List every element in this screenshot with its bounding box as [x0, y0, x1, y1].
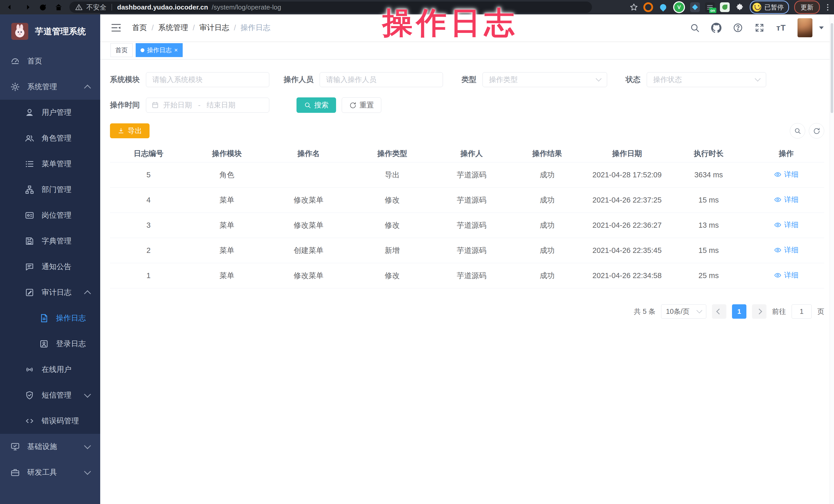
- fullscreen-icon[interactable]: [754, 23, 765, 33]
- sidebar-item-dict-management[interactable]: 字典管理: [0, 228, 100, 254]
- reload-icon[interactable]: [36, 1, 50, 13]
- page-content: 系统模块 操作人员 类型 操作类型 状态 操作状态: [100, 59, 834, 504]
- table-cell: 创建菜单: [267, 245, 350, 256]
- scrollbar-thumb[interactable]: [831, 23, 833, 113]
- sidebar-item-infrastructure[interactable]: 基础设施: [0, 434, 100, 460]
- detail-link[interactable]: 详细: [774, 220, 798, 230]
- sidebar-menu: 首页系统管理用户管理角色管理菜单管理部门管理岗位管理字典管理通知公告审计日志操作…: [0, 48, 100, 504]
- screen: 不安全 dashboard.yudao.iocoder.cn/system/lo…: [0, 0, 834, 504]
- table-row: 2菜单创建菜单新增芋道源码成功2021-04-26 22:35:4515 ms详…: [110, 238, 824, 263]
- column-header: 日志编号: [110, 149, 187, 159]
- sidebar-item-online-user[interactable]: 在线用户: [0, 357, 100, 382]
- help-icon[interactable]: [733, 23, 743, 33]
- chevron-down-icon: [755, 75, 761, 82]
- browser-actions: Von 已暂停 更新: [630, 1, 830, 14]
- sidebar-item-user-management[interactable]: 用户管理: [0, 100, 100, 126]
- export-button[interactable]: 导出: [110, 123, 150, 138]
- sidebar-item-operate-log[interactable]: 操作日志: [0, 305, 100, 331]
- sidebar-item-post-management[interactable]: 岗位管理: [0, 202, 100, 228]
- font-size-icon[interactable]: тT: [776, 23, 786, 33]
- extension-toolbar: Von: [643, 1, 745, 13]
- browser-update-button[interactable]: 更新: [794, 1, 820, 14]
- leaf-extension-icon[interactable]: [720, 2, 730, 12]
- logo[interactable]: 芋道管理系统: [0, 15, 100, 48]
- page-size-select[interactable]: 10条/页: [661, 304, 706, 319]
- sidebar-item-notice-announcement[interactable]: 通知公告: [0, 254, 100, 280]
- bookmark-star-icon[interactable]: [630, 3, 638, 12]
- sidebar-item-label: 用户管理: [42, 107, 71, 118]
- goto-page-input[interactable]: [792, 304, 812, 319]
- hamburger-icon[interactable]: [110, 22, 122, 34]
- back-icon[interactable]: [4, 1, 18, 13]
- address-bar[interactable]: 不安全 dashboard.yudao.iocoder.cn/system/lo…: [69, 2, 592, 13]
- detail-link[interactable]: 详细: [774, 270, 798, 280]
- filter-row-1: 系统模块 操作人员 类型 操作类型 状态 操作状态: [110, 72, 824, 87]
- breadcrumb-item[interactable]: 系统管理: [158, 23, 188, 33]
- diamond-extension-icon[interactable]: [690, 2, 700, 12]
- refresh-table-button[interactable]: [809, 123, 824, 138]
- eye-icon: [774, 171, 782, 178]
- breadcrumb-separator: /: [234, 24, 236, 32]
- sidebar-item-dev-tools[interactable]: 研发工具: [0, 460, 100, 485]
- sidebar-item-sms-management[interactable]: 短信管理: [0, 382, 100, 408]
- puzzle-extensions-icon[interactable]: [735, 2, 745, 12]
- sidebar-item-login-log[interactable]: 登录日志: [0, 331, 100, 357]
- operator-label: 操作人员: [284, 74, 313, 85]
- detail-link[interactable]: 详细: [774, 195, 798, 204]
- sidebar-item-error-code-management[interactable]: 错误码管理: [0, 408, 100, 434]
- sidebar-item-label: 短信管理: [42, 390, 71, 400]
- security-label[interactable]: 不安全: [86, 3, 106, 12]
- avatar[interactable]: [797, 18, 812, 37]
- close-icon[interactable]: ×: [174, 47, 178, 53]
- download-icon: [117, 127, 125, 134]
- breadcrumb-item[interactable]: 首页: [132, 23, 147, 33]
- browser-menu-icon[interactable]: [825, 4, 830, 10]
- sidebar-item-audit-log[interactable]: 审计日志: [0, 280, 100, 305]
- table-cell: 修改菜单: [267, 220, 350, 231]
- operator-input[interactable]: [320, 72, 443, 87]
- sidebar-item-role-management[interactable]: 角色管理: [0, 126, 100, 151]
- type-select[interactable]: 操作类型: [483, 72, 607, 87]
- eye-icon: [774, 196, 782, 203]
- ring-extension-icon[interactable]: [643, 2, 653, 12]
- status-select[interactable]: 操作状态: [647, 72, 766, 87]
- v-extension-icon[interactable]: V: [673, 1, 685, 13]
- search-button[interactable]: 搜索: [297, 97, 336, 113]
- goto-label: 前往: [772, 307, 786, 316]
- tag-item[interactable]: 首页: [110, 43, 133, 57]
- breadcrumb-item[interactable]: 审计日志: [199, 23, 229, 33]
- sidebar-item-menu-management[interactable]: 菜单管理: [0, 151, 100, 177]
- chevron-down-icon[interactable]: [819, 26, 824, 29]
- table-cell: 2021-04-26 22:34:58: [585, 271, 669, 280]
- github-icon[interactable]: [711, 23, 722, 33]
- next-page-button[interactable]: [752, 304, 766, 319]
- profile-chip[interactable]: 已暂停: [750, 1, 789, 14]
- forward-icon[interactable]: [20, 1, 34, 13]
- page-scrollbar[interactable]: [830, 15, 834, 504]
- module-input[interactable]: [146, 72, 269, 87]
- detail-link[interactable]: 详细: [774, 245, 798, 255]
- active-dot-icon: [140, 48, 145, 52]
- sidebar-item-label: 首页: [27, 56, 42, 66]
- table-cell: 成功: [509, 170, 585, 180]
- home-icon[interactable]: [51, 1, 66, 13]
- sidebar-item-label: 审计日志: [42, 287, 71, 298]
- table-cell: 5: [110, 171, 187, 179]
- sidebar-item-home[interactable]: 首页: [0, 48, 100, 74]
- sidebar-item-label: 错误码管理: [42, 416, 79, 426]
- date-range-picker[interactable]: 开始日期 - 结束日期: [146, 98, 269, 113]
- prev-page-button[interactable]: [712, 304, 726, 319]
- sidebar-item-dept-management[interactable]: 部门管理: [0, 177, 100, 202]
- search-icon[interactable]: [689, 23, 700, 33]
- tag-active[interactable]: 操作日志×: [136, 43, 183, 57]
- toggle-search-button[interactable]: [790, 123, 805, 138]
- sidebar-item-system-management[interactable]: 系统管理: [0, 74, 100, 100]
- sidebar-item-label: 角色管理: [42, 133, 71, 144]
- pin-extension-icon[interactable]: [658, 2, 668, 12]
- stack-extension-icon[interactable]: on: [705, 2, 715, 12]
- operate-log-table: 日志编号操作模块操作名操作类型操作人操作结果操作日期执行时长操作 5角色导出芋道…: [110, 145, 824, 288]
- chevron-down-icon: [697, 307, 702, 313]
- page-number-1[interactable]: 1: [732, 304, 746, 319]
- reset-button[interactable]: 重置: [342, 97, 381, 113]
- detail-link[interactable]: 详细: [774, 170, 798, 179]
